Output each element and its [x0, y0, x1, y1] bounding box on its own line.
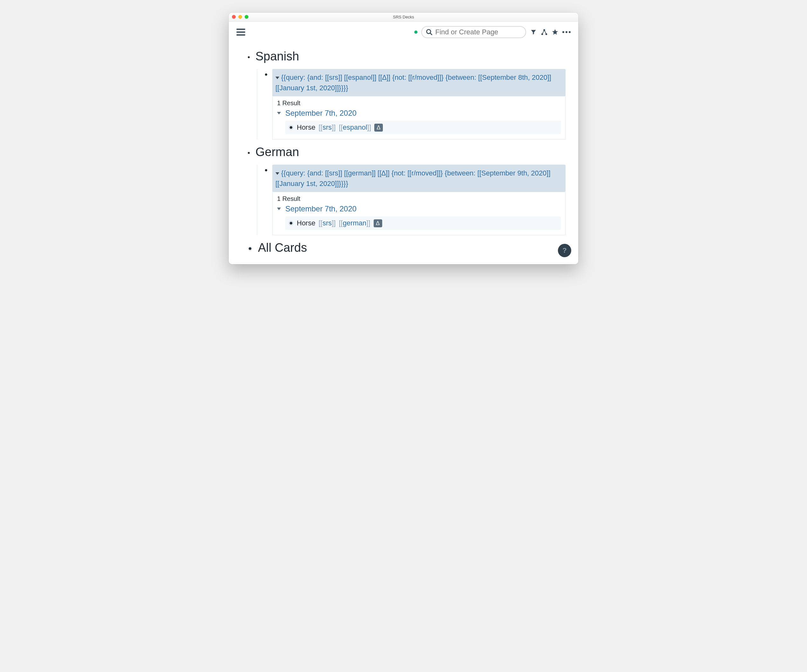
minimize-window-button[interactable] [238, 15, 242, 19]
result-date-row[interactable]: September 7th, 2020 [277, 109, 561, 118]
section-heading[interactable]: German [256, 145, 299, 159]
close-window-button[interactable] [232, 15, 236, 19]
section-spanish: Spanish {{query: {and: [[srs]] [[espanol… [248, 50, 566, 140]
bullet-icon[interactable] [289, 221, 294, 226]
section-heading[interactable]: All Cards [258, 241, 307, 254]
caret-down-icon[interactable] [277, 208, 281, 210]
query-block: {{query: {and: [[srs]] [[espanol]] [[∆]]… [265, 69, 566, 140]
query-text[interactable]: {{query: {and: [[srs]] [[espanol]] [[∆]]… [272, 69, 566, 96]
section-heading[interactable]: Spanish [256, 50, 299, 63]
bullet-icon[interactable] [248, 246, 252, 251]
card-text[interactable]: Horse [297, 219, 315, 227]
delta-badge[interactable]: ∆ [374, 220, 382, 227]
query-text[interactable]: {{query: {and: [[srs]] [[german]] [[∆]] … [272, 165, 566, 192]
more-icon[interactable] [562, 31, 571, 33]
svg-line-1 [430, 33, 432, 35]
filter-icon[interactable] [530, 28, 537, 36]
zoom-window-button[interactable] [245, 15, 249, 19]
query-block: {{query: {and: [[srs]] [[german]] [[∆]] … [265, 165, 566, 235]
search-icon [426, 28, 433, 36]
section-all-cards: All Cards [248, 241, 566, 254]
caret-down-icon[interactable] [276, 77, 279, 79]
app-window: SRS Decks [229, 13, 578, 264]
result-count: 1 Result [277, 195, 561, 203]
help-icon: ? [562, 246, 566, 254]
bullet-icon[interactable] [265, 73, 267, 76]
query-results: 1 Result September 7th, 2020 Horse [[srs… [272, 96, 566, 140]
query-results: 1 Result September 7th, 2020 Horse [[srs… [272, 192, 566, 235]
topbar [229, 22, 578, 41]
result-card[interactable]: Horse [[srs]] [[german]] ∆ [285, 216, 561, 230]
menu-icon[interactable] [236, 28, 245, 36]
result-card[interactable]: Horse [[srs]] [[espanol]] ∆ [285, 121, 561, 134]
tag-link-srs[interactable]: [[srs]] [319, 123, 336, 131]
result-date-link[interactable]: September 7th, 2020 [285, 205, 357, 213]
graph-icon[interactable] [541, 28, 548, 36]
caret-down-icon[interactable] [276, 172, 279, 175]
bullet-icon[interactable] [289, 125, 294, 130]
search-input[interactable] [435, 28, 520, 36]
result-date-link[interactable]: September 7th, 2020 [285, 109, 357, 118]
search-field[interactable] [421, 26, 526, 38]
bullet-icon[interactable] [248, 152, 250, 154]
card-text[interactable]: Horse [297, 123, 315, 131]
star-icon[interactable] [551, 28, 558, 36]
section-german: German {{query: {and: [[srs]] [[german]]… [248, 145, 566, 235]
help-button[interactable]: ? [558, 244, 571, 257]
tag-link-srs[interactable]: [[srs]] [319, 219, 336, 227]
tag-link-german[interactable]: [[german]] [339, 219, 370, 227]
delta-badge[interactable]: ∆ [374, 124, 383, 131]
titlebar: SRS Decks [229, 13, 578, 22]
bullet-icon[interactable] [248, 56, 250, 58]
tag-link-espanol[interactable]: [[espanol]] [339, 123, 371, 131]
sync-status-indicator [414, 30, 417, 34]
result-count: 1 Result [277, 100, 561, 107]
bullet-icon[interactable] [265, 169, 267, 171]
caret-down-icon[interactable] [277, 112, 281, 115]
window-controls [232, 15, 249, 19]
page-content: Spanish {{query: {and: [[srs]] [[espanol… [229, 41, 578, 264]
window-title: SRS Decks [393, 15, 414, 19]
result-date-row[interactable]: September 7th, 2020 [277, 205, 561, 213]
